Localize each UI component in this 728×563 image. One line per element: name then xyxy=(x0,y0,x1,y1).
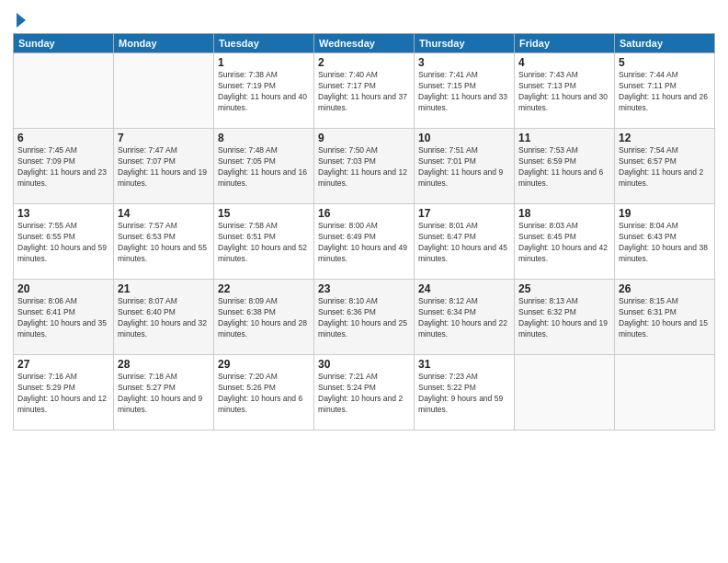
day-number: 18 xyxy=(518,207,610,220)
calendar-table: SundayMondayTuesdayWednesdayThursdayFrid… xyxy=(13,33,715,431)
day-info: Sunrise: 7:20 AM Sunset: 5:26 PM Dayligh… xyxy=(218,372,310,416)
day-info: Sunrise: 8:07 AM Sunset: 6:40 PM Dayligh… xyxy=(118,296,210,340)
calendar-cell: 9Sunrise: 7:50 AM Sunset: 7:03 PM Daylig… xyxy=(314,129,415,204)
logo xyxy=(13,11,26,28)
logo-arrow-icon xyxy=(17,13,26,28)
day-info: Sunrise: 7:41 AM Sunset: 7:15 PM Dayligh… xyxy=(418,70,510,114)
calendar-week-row: 20Sunrise: 8:06 AM Sunset: 6:41 PM Dayli… xyxy=(14,280,715,355)
day-info: Sunrise: 8:04 AM Sunset: 6:43 PM Dayligh… xyxy=(619,221,711,265)
day-number: 29 xyxy=(218,358,310,371)
day-info: Sunrise: 8:12 AM Sunset: 6:34 PM Dayligh… xyxy=(418,296,510,340)
calendar-cell: 29Sunrise: 7:20 AM Sunset: 5:26 PM Dayli… xyxy=(214,355,314,431)
day-info: Sunrise: 8:06 AM Sunset: 6:41 PM Dayligh… xyxy=(17,296,109,340)
calendar-cell: 15Sunrise: 7:58 AM Sunset: 6:51 PM Dayli… xyxy=(214,204,314,280)
calendar-cell: 19Sunrise: 8:04 AM Sunset: 6:43 PM Dayli… xyxy=(615,204,715,280)
day-info: Sunrise: 7:18 AM Sunset: 5:27 PM Dayligh… xyxy=(118,372,210,416)
page: SundayMondayTuesdayWednesdayThursdayFrid… xyxy=(0,0,728,563)
day-header-thursday: Thursday xyxy=(415,34,515,53)
calendar-cell: 31Sunrise: 7:23 AM Sunset: 5:22 PM Dayli… xyxy=(415,355,515,431)
calendar-cell: 22Sunrise: 8:09 AM Sunset: 6:38 PM Dayli… xyxy=(214,280,314,355)
day-number: 14 xyxy=(118,207,210,220)
calendar-cell: 23Sunrise: 8:10 AM Sunset: 6:36 PM Dayli… xyxy=(314,280,415,355)
day-number: 16 xyxy=(318,207,410,220)
day-number: 31 xyxy=(418,358,510,371)
day-info: Sunrise: 7:43 AM Sunset: 7:13 PM Dayligh… xyxy=(518,70,610,114)
calendar-cell: 21Sunrise: 8:07 AM Sunset: 6:40 PM Dayli… xyxy=(114,280,214,355)
day-info: Sunrise: 8:09 AM Sunset: 6:38 PM Dayligh… xyxy=(218,296,310,340)
day-header-tuesday: Tuesday xyxy=(214,34,314,53)
day-info: Sunrise: 7:58 AM Sunset: 6:51 PM Dayligh… xyxy=(218,221,310,265)
calendar-cell: 27Sunrise: 7:16 AM Sunset: 5:29 PM Dayli… xyxy=(14,355,114,431)
day-info: Sunrise: 7:38 AM Sunset: 7:19 PM Dayligh… xyxy=(218,70,310,114)
calendar-cell: 7Sunrise: 7:47 AM Sunset: 7:07 PM Daylig… xyxy=(114,129,214,204)
day-number: 3 xyxy=(418,56,510,69)
day-number: 27 xyxy=(17,358,109,371)
calendar-cell: 1Sunrise: 7:38 AM Sunset: 7:19 PM Daylig… xyxy=(214,53,314,129)
day-number: 28 xyxy=(118,358,210,371)
day-number: 25 xyxy=(518,282,610,295)
day-info: Sunrise: 8:01 AM Sunset: 6:47 PM Dayligh… xyxy=(418,221,510,265)
day-info: Sunrise: 7:40 AM Sunset: 7:17 PM Dayligh… xyxy=(318,70,410,114)
day-number: 23 xyxy=(318,282,410,295)
day-info: Sunrise: 7:44 AM Sunset: 7:11 PM Dayligh… xyxy=(619,70,711,114)
calendar-cell xyxy=(14,53,114,129)
day-info: Sunrise: 7:54 AM Sunset: 6:57 PM Dayligh… xyxy=(619,145,711,190)
day-info: Sunrise: 7:45 AM Sunset: 7:09 PM Dayligh… xyxy=(17,145,109,190)
calendar-cell: 17Sunrise: 8:01 AM Sunset: 6:47 PM Dayli… xyxy=(415,204,515,280)
calendar-body: 1Sunrise: 7:38 AM Sunset: 7:19 PM Daylig… xyxy=(14,53,715,431)
day-header-friday: Friday xyxy=(515,34,615,53)
day-number: 7 xyxy=(118,132,210,144)
day-info: Sunrise: 7:50 AM Sunset: 7:03 PM Dayligh… xyxy=(318,145,410,190)
day-number: 1 xyxy=(218,56,310,69)
day-number: 13 xyxy=(17,207,109,220)
day-header-saturday: Saturday xyxy=(615,34,715,53)
calendar-cell: 10Sunrise: 7:51 AM Sunset: 7:01 PM Dayli… xyxy=(415,129,515,204)
day-number: 20 xyxy=(17,282,109,295)
day-info: Sunrise: 8:10 AM Sunset: 6:36 PM Dayligh… xyxy=(318,296,410,340)
day-header-monday: Monday xyxy=(114,34,214,53)
calendar-week-row: 1Sunrise: 7:38 AM Sunset: 7:19 PM Daylig… xyxy=(14,53,715,129)
calendar-header-row: SundayMondayTuesdayWednesdayThursdayFrid… xyxy=(14,34,715,53)
calendar-cell xyxy=(615,355,715,431)
calendar-cell: 26Sunrise: 8:15 AM Sunset: 6:31 PM Dayli… xyxy=(615,280,715,355)
day-number: 11 xyxy=(518,132,610,144)
calendar-cell: 28Sunrise: 7:18 AM Sunset: 5:27 PM Dayli… xyxy=(114,355,214,431)
day-number: 4 xyxy=(518,56,610,69)
day-number: 17 xyxy=(418,207,510,220)
day-number: 21 xyxy=(118,282,210,295)
calendar-cell: 6Sunrise: 7:45 AM Sunset: 7:09 PM Daylig… xyxy=(14,129,114,204)
calendar-cell: 16Sunrise: 8:00 AM Sunset: 6:49 PM Dayli… xyxy=(314,204,415,280)
day-info: Sunrise: 8:00 AM Sunset: 6:49 PM Dayligh… xyxy=(318,221,410,265)
calendar-cell: 14Sunrise: 7:57 AM Sunset: 6:53 PM Dayli… xyxy=(114,204,214,280)
day-number: 19 xyxy=(619,207,711,220)
day-number: 2 xyxy=(318,56,410,69)
day-info: Sunrise: 8:13 AM Sunset: 6:32 PM Dayligh… xyxy=(518,296,610,340)
calendar-cell: 2Sunrise: 7:40 AM Sunset: 7:17 PM Daylig… xyxy=(314,53,415,129)
header xyxy=(13,11,715,28)
day-number: 30 xyxy=(318,358,410,371)
calendar-cell: 13Sunrise: 7:55 AM Sunset: 6:55 PM Dayli… xyxy=(14,204,114,280)
day-info: Sunrise: 8:03 AM Sunset: 6:45 PM Dayligh… xyxy=(518,221,610,265)
day-number: 8 xyxy=(218,132,310,144)
calendar-cell xyxy=(515,355,615,431)
calendar-cell: 8Sunrise: 7:48 AM Sunset: 7:05 PM Daylig… xyxy=(214,129,314,204)
day-number: 10 xyxy=(418,132,510,144)
day-number: 15 xyxy=(218,207,310,220)
day-number: 12 xyxy=(619,132,711,144)
day-info: Sunrise: 7:53 AM Sunset: 6:59 PM Dayligh… xyxy=(518,145,610,190)
day-header-wednesday: Wednesday xyxy=(314,34,415,53)
day-number: 26 xyxy=(619,282,711,295)
calendar-cell: 18Sunrise: 8:03 AM Sunset: 6:45 PM Dayli… xyxy=(515,204,615,280)
calendar-cell: 25Sunrise: 8:13 AM Sunset: 6:32 PM Dayli… xyxy=(515,280,615,355)
day-info: Sunrise: 7:51 AM Sunset: 7:01 PM Dayligh… xyxy=(418,145,510,190)
calendar-cell: 3Sunrise: 7:41 AM Sunset: 7:15 PM Daylig… xyxy=(415,53,515,129)
day-info: Sunrise: 7:48 AM Sunset: 7:05 PM Dayligh… xyxy=(218,145,310,190)
calendar-cell xyxy=(114,53,214,129)
calendar-cell: 4Sunrise: 7:43 AM Sunset: 7:13 PM Daylig… xyxy=(515,53,615,129)
calendar-week-row: 13Sunrise: 7:55 AM Sunset: 6:55 PM Dayli… xyxy=(14,204,715,280)
day-number: 24 xyxy=(418,282,510,295)
calendar-cell: 24Sunrise: 8:12 AM Sunset: 6:34 PM Dayli… xyxy=(415,280,515,355)
day-number: 9 xyxy=(318,132,410,144)
day-number: 22 xyxy=(218,282,310,295)
day-number: 6 xyxy=(17,132,109,144)
